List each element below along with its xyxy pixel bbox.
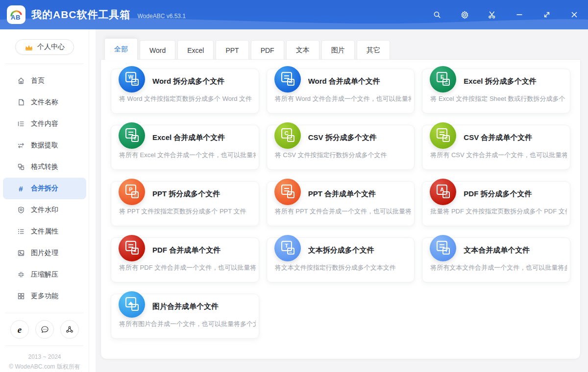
tool-desc: 将所有 CSV 文件合并成一个文件，也可以批量将多 — [430, 151, 567, 160]
card-ppt-merge[interactable]: P PPT 合并成单个文件 将所有 PPT 文件合并成一个文件，也可以批量将多 — [267, 181, 415, 226]
tools-panel: W Word 拆分成多个文件 将 Word 文件按指定页数拆分成多个 Word … — [100, 59, 581, 359]
csv-merge-icon: C — [430, 122, 456, 149]
tool-title: PPT 合并成单个文件 — [308, 189, 410, 199]
tool-desc: 将所有文本文件合并成一个文件，也可以批量将多 — [430, 263, 567, 272]
image-merge-icon — [119, 291, 145, 318]
card-pdf-merge[interactable]: A PDF 合并成单个文件 将所有 PDF 文件合并成一个文件，也可以批量将多 — [111, 237, 259, 282]
cut-tool-button[interactable] — [478, 0, 506, 29]
word-split-icon: W — [119, 66, 145, 93]
pdf-split-icon: A — [430, 179, 456, 205]
card-text-merge[interactable]: T 文本合并成单个文件 将所有文本文件合并成一个文件，也可以批量将多 — [422, 237, 570, 282]
tool-desc: 将所有 Word 文件合并成一个文件，也可以批量将多 — [275, 94, 412, 103]
pdf-merge-icon: A — [119, 235, 145, 261]
close-button[interactable] — [561, 0, 588, 29]
sidebar-rail-divider — [0, 29, 89, 372]
ppt-split-icon: P — [119, 179, 145, 205]
excel-merge-icon: E — [119, 122, 145, 149]
tool-title: Word 拆分成多个文件 — [152, 77, 254, 86]
card-word-split[interactable]: W Word 拆分成多个文件 将 Word 文件按指定页数拆分成多个 Word … — [111, 69, 259, 114]
gear-icon — [460, 10, 469, 20]
app-logo-icon: A B — [9, 7, 24, 22]
card-csv-split[interactable]: C CSV 拆分成多个文件 将 CSV 文件按指定行数拆分成多个文件 — [267, 125, 415, 170]
main-content: 全部 Word Excel PPT PDF 文本 图片 其它 W — [96, 29, 588, 372]
minimize-button[interactable] — [506, 0, 533, 29]
tab-pdf[interactable]: PDF — [251, 40, 284, 60]
tab-all[interactable]: 全部 — [104, 38, 138, 60]
tool-title: CSV 合并成单个文件 — [464, 133, 565, 142]
card-excel-split[interactable]: E Excel 拆分成多个文件 将 Excel 文件按指定 Sheet 数或行数… — [422, 69, 570, 114]
tool-title: PDF 合并成单个文件 — [152, 246, 254, 255]
app-logo: A B — [7, 5, 25, 24]
svg-text:A: A — [11, 14, 16, 21]
tool-title: Excel 拆分成多个文件 — [464, 77, 565, 86]
tab-excel[interactable]: Excel — [177, 40, 214, 60]
resize-icon — [542, 10, 551, 19]
search-button[interactable] — [423, 0, 451, 29]
tab-ppt[interactable]: PPT — [216, 40, 248, 60]
tab-text[interactable]: 文本 — [286, 40, 319, 60]
tool-desc: 将文本文件按指定行数拆分成多个文本文件 — [275, 263, 412, 272]
app-window: A B 我的ABC软件工具箱 WodeABC v6.53.1 — [0, 0, 588, 372]
titlebar: A B 我的ABC软件工具箱 WodeABC v6.53.1 — [0, 0, 588, 29]
tab-image[interactable]: 图片 — [321, 40, 355, 60]
tool-desc: 将 PPT 文件按指定页数拆分成多个 PPT 文件 — [119, 207, 256, 216]
tool-desc: 将 Word 文件按指定页数拆分成多个 Word 文件 — [119, 94, 256, 103]
sidebar: 个人中心 首页 文件名称 文件内容 数据提取 — [0, 29, 96, 372]
word-merge-icon: W — [274, 66, 301, 93]
card-text-split[interactable]: T 文本拆分成多个文件 将文本文件按指定行数拆分成多个文本文件 — [267, 237, 415, 282]
text-split-icon: T — [274, 235, 301, 261]
card-excel-merge[interactable]: E Excel 合并成单个文件 将所有 Excel 文件合并成一个文件，也可以批… — [111, 125, 259, 170]
tool-title: CSV 拆分成多个文件 — [308, 133, 410, 142]
tool-desc: 将 CSV 文件按指定行数拆分成多个文件 — [275, 151, 412, 160]
tool-title: PDF 拆分成多个文件 — [464, 189, 565, 199]
app-version: WodeABC v6.53.1 — [138, 13, 186, 20]
tool-desc: 将所有 Excel 文件合并成一个文件，也可以批量将多 — [119, 151, 256, 160]
ppt-merge-icon: P — [274, 179, 301, 205]
card-ppt-split[interactable]: P PPT 拆分成多个文件 将 PPT 文件按指定页数拆分成多个 PPT 文件 — [111, 181, 259, 226]
excel-split-icon: E — [430, 66, 456, 93]
text-merge-icon: T — [430, 235, 456, 261]
tool-title: Excel 合并成单个文件 — [152, 133, 254, 142]
card-image-merge[interactable]: 图片合并成单个文件 将所有图片合并成一个文件，也可以批量将多个文件 — [111, 294, 259, 339]
tab-word[interactable]: Word — [140, 40, 175, 60]
tool-title: 文本合并成单个文件 — [464, 246, 565, 255]
tool-desc: 将 Excel 文件按指定 Sheet 数或行数拆分成多个 Exc — [430, 94, 567, 103]
tool-title: Word 合并成单个文件 — [308, 77, 410, 86]
resize-button[interactable] — [533, 0, 561, 29]
tool-desc: 批量将 PDF 文件按指定页数拆分成多个 PDF 文件 — [430, 207, 567, 216]
svg-text:B: B — [16, 14, 20, 21]
app-title: 我的ABC软件工具箱 — [31, 8, 131, 22]
close-icon — [570, 10, 579, 19]
tool-desc: 将所有图片合并成一个文件，也可以批量将多个文件 — [119, 320, 256, 328]
tools-grid: W Word 拆分成多个文件 将 Word 文件按指定页数拆分成多个 Word … — [101, 60, 580, 339]
tool-title: PPT 拆分成多个文件 — [152, 189, 254, 199]
card-csv-merge[interactable]: C CSV 合并成单个文件 将所有 CSV 文件合并成一个文件，也可以批量将多 — [422, 125, 570, 170]
scissors-icon — [488, 10, 496, 19]
settings-button[interactable] — [451, 0, 478, 29]
tool-title: 图片合并成单个文件 — [152, 302, 254, 311]
search-icon — [433, 10, 441, 19]
tab-other[interactable]: 其它 — [357, 40, 390, 60]
card-word-merge[interactable]: W Word 合并成单个文件 将所有 Word 文件合并成一个文件，也可以批量将… — [267, 69, 415, 114]
tool-desc: 将所有 PDF 文件合并成一个文件，也可以批量将多 — [119, 263, 256, 272]
tool-title: 文本拆分成多个文件 — [308, 246, 410, 255]
csv-split-icon: C — [274, 122, 301, 149]
minimize-icon — [515, 10, 524, 19]
tool-desc: 将所有 PPT 文件合并成一个文件，也可以批量将多 — [275, 207, 412, 216]
category-tabs: 全部 Word Excel PPT PDF 文本 图片 其它 — [100, 38, 581, 60]
card-pdf-split[interactable]: A PDF 拆分成多个文件 批量将 PDF 文件按指定页数拆分成多个 PDF 文… — [422, 181, 570, 226]
